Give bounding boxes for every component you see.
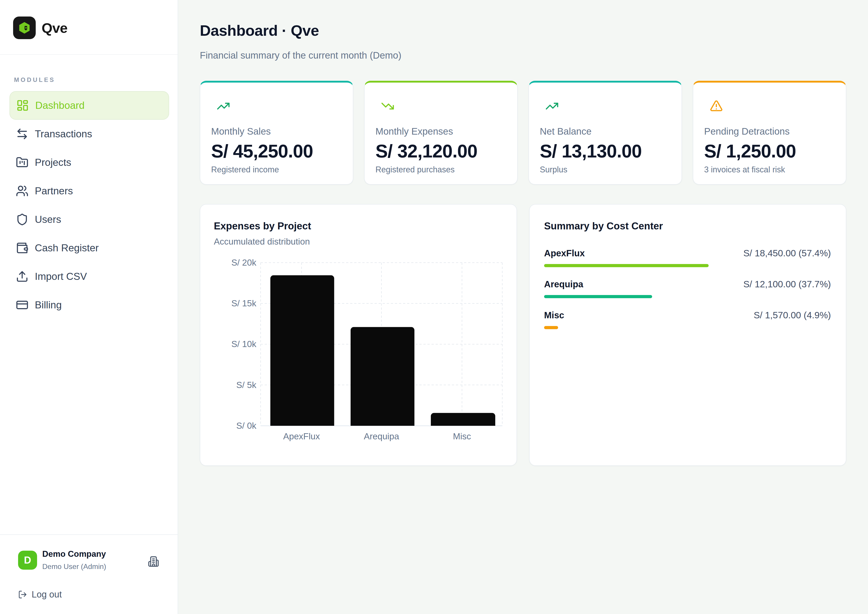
svg-text:Misc: Misc	[453, 431, 471, 441]
svg-text:Arequipa: Arequipa	[364, 431, 399, 441]
svg-text:S/ 20k: S/ 20k	[231, 258, 256, 267]
svg-text:S/ 15k: S/ 15k	[231, 298, 256, 308]
svg-text:S/ 10k: S/ 10k	[231, 339, 256, 349]
svg-text:S/ 5k: S/ 5k	[236, 380, 256, 390]
svg-text:ApexFlux: ApexFlux	[283, 431, 320, 441]
svg-text:S/ 0k: S/ 0k	[236, 421, 256, 431]
